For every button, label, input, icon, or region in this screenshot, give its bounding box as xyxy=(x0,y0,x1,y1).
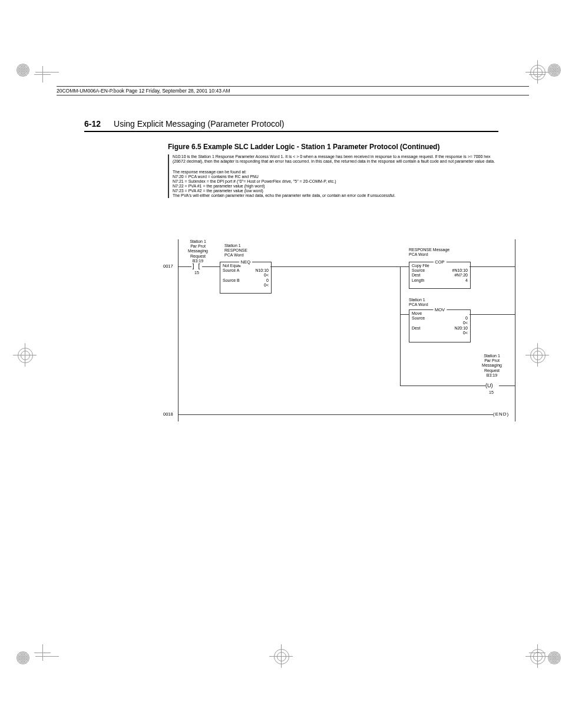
neq-title: NEQ xyxy=(239,260,252,265)
page-number: 6-12 xyxy=(84,119,101,129)
cop-instruction-block: COP Copy File Source#N10:10 Dest#N7:20 L… xyxy=(409,262,471,289)
end-symbol: (END) xyxy=(493,411,509,417)
crop-mark-tr xyxy=(529,66,547,84)
figure-caption: Figure 6.5 Example SLC Ladder Logic - St… xyxy=(168,143,498,151)
print-registration-mark-tl xyxy=(18,65,32,79)
figure-paragraph-2-l5: N7:23 = PVA #2 = the parameter value (lo… xyxy=(173,189,498,193)
print-registration-mark-ml xyxy=(18,348,32,362)
figure-paragraph-2-l6: The PVA's will either contain parameter … xyxy=(173,193,498,198)
ladder-diagram: 0017 Station 1 Par Prot Messaging Reques… xyxy=(168,239,515,419)
rung-wire xyxy=(270,266,400,267)
figure-paragraph-2-l1: The response message can be found at: xyxy=(173,170,498,174)
mov-label: Station 1 PCA Word xyxy=(409,298,428,307)
rung-wire xyxy=(178,414,493,415)
page-header: 6-12 Using Explicit Messaging (Parameter… xyxy=(84,119,498,132)
contact-label: Station 1 Par Prot Messaging Request B3:… xyxy=(187,239,209,263)
rung-wire xyxy=(400,386,485,386)
figure-paragraph-2-l4: N7:22 = PVA #1 = the parameter value (hi… xyxy=(173,184,498,189)
rung-wire xyxy=(400,314,409,315)
figure-paragraph-2-l2: N7:20 = PCA word = contains the RC and P… xyxy=(173,174,498,179)
print-registration-globe-tr xyxy=(548,64,561,77)
cop-label: RESPONSE Message PCA Word xyxy=(409,248,449,257)
coil-label: Station 1 Par Prot Messaging Request B3:… xyxy=(480,354,504,377)
page-title: Using Explicit Messaging (Parameter Prot… xyxy=(114,119,284,129)
rung-number-0017: 0017 xyxy=(163,264,173,269)
running-header: 20COMM-UM006A-EN-P.book Page 12 Friday, … xyxy=(57,86,529,95)
neq-instruction-block: NEQ Not Equal Source AN10:10 0< Source B… xyxy=(220,262,272,294)
rung-number-0018: 0018 xyxy=(163,412,173,417)
mov-instruction-block: MOV Move Source0 0< DestN20:10 0< xyxy=(409,309,471,342)
rung-wire xyxy=(499,386,515,386)
rung-wire xyxy=(470,266,515,267)
unlatch-coil-icon: (U) xyxy=(485,383,493,388)
figure-body: N10:10 is the Station 1 Response Paramet… xyxy=(168,154,498,419)
rung-wire xyxy=(202,266,220,267)
figure-paragraph-1: N10:10 is the Station 1 Response Paramet… xyxy=(173,154,498,164)
print-registration-mark-mr xyxy=(530,348,544,362)
crop-mark-tl xyxy=(34,66,52,84)
rung-wire xyxy=(470,314,515,315)
crop-mark-br xyxy=(529,644,547,662)
rung-wire xyxy=(178,266,191,267)
print-registration-globe-br xyxy=(548,651,561,664)
neq-label: Station 1 RESPONSE PCA Word xyxy=(224,243,247,258)
coil-bit: 15 xyxy=(489,390,494,395)
print-registration-mark-mb xyxy=(274,649,288,663)
crop-mark-bl xyxy=(34,644,52,662)
contact-xic-icon: ] [ xyxy=(191,263,200,270)
figure-paragraph-2-l3: N7:21 = Subindex = the DPI port # ("0"= … xyxy=(173,179,498,184)
print-registration-mark-bl xyxy=(18,649,32,663)
cop-title: COP xyxy=(433,260,446,265)
mov-title: MOV xyxy=(433,308,447,313)
rung-wire xyxy=(400,266,409,267)
branch-wire xyxy=(400,266,401,386)
contact-bit: 15 xyxy=(194,271,199,275)
